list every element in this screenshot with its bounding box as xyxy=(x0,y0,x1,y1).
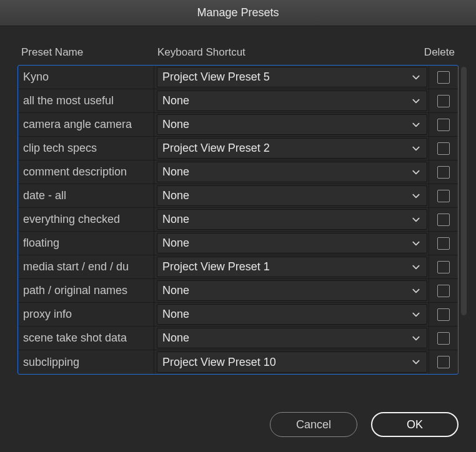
shortcut-dropdown[interactable]: None xyxy=(157,280,427,301)
delete-checkbox[interactable] xyxy=(437,237,450,250)
chevron-down-icon xyxy=(412,215,420,224)
table-headers: Preset Name Keyboard Shortcut Delete xyxy=(17,46,459,65)
table-row: all the most usefulNone xyxy=(18,89,458,113)
shortcut-dropdown[interactable]: Project View Preset 10 xyxy=(157,351,427,373)
delete-cell xyxy=(429,208,458,231)
shortcut-value: Project View Preset 2 xyxy=(162,142,270,155)
preset-name-cell[interactable]: date - all xyxy=(18,184,154,207)
shortcut-cell: None xyxy=(154,89,429,112)
preset-name-label: camera angle camera xyxy=(23,118,132,131)
chevron-down-icon xyxy=(412,287,420,295)
chevron-down-icon xyxy=(412,192,420,200)
delete-checkbox[interactable] xyxy=(437,308,450,321)
delete-checkbox[interactable] xyxy=(437,95,450,107)
delete-checkbox[interactable] xyxy=(437,166,450,179)
table-row: media start / end / duProject View Prese… xyxy=(18,255,458,279)
dialog-title: Manage Presets xyxy=(197,6,279,19)
shortcut-dropdown[interactable]: None xyxy=(157,304,427,325)
preset-name-cell[interactable]: comment description xyxy=(18,160,154,184)
shortcut-cell: None xyxy=(154,232,429,255)
shortcut-cell: None xyxy=(154,208,429,231)
delete-checkbox[interactable] xyxy=(437,142,450,155)
delete-cell xyxy=(429,255,458,278)
preset-name-label: Kyno xyxy=(23,71,49,84)
table-row: comment descriptionNone xyxy=(18,160,458,184)
header-keyboard-shortcut: Keyboard Shortcut xyxy=(157,46,411,59)
ok-button-label: OK xyxy=(407,418,423,431)
shortcut-cell: Project View Preset 2 xyxy=(154,137,429,160)
dialog-titlebar: Manage Presets xyxy=(0,0,476,26)
table-row: KynoProject View Preset 5 xyxy=(18,66,458,89)
preset-name-cell[interactable]: floating xyxy=(18,232,154,255)
delete-cell xyxy=(429,137,458,160)
preset-name-cell[interactable]: camera angle camera xyxy=(18,113,154,136)
shortcut-cell: None xyxy=(154,113,429,136)
shortcut-dropdown[interactable]: None xyxy=(157,209,427,230)
delete-checkbox[interactable] xyxy=(437,332,450,345)
shortcut-cell: None xyxy=(154,327,429,350)
shortcut-dropdown[interactable]: Project View Preset 1 xyxy=(157,257,427,277)
chevron-down-icon xyxy=(412,168,420,177)
delete-cell xyxy=(429,66,458,89)
delete-checkbox[interactable] xyxy=(437,285,450,297)
header-delete: Delete xyxy=(411,46,455,59)
scrollbar-thumb[interactable] xyxy=(461,67,467,315)
preset-name-label: path / original names xyxy=(23,284,127,297)
preset-name-label: everything checked xyxy=(23,213,120,226)
preset-name-cell[interactable]: subclipping xyxy=(18,350,154,374)
delete-cell xyxy=(429,327,458,350)
preset-name-cell[interactable]: Kyno xyxy=(18,66,154,89)
preset-table: KynoProject View Preset 5all the most us… xyxy=(17,65,459,375)
delete-cell xyxy=(429,279,458,302)
shortcut-value: None xyxy=(162,332,189,345)
delete-checkbox[interactable] xyxy=(437,261,450,273)
shortcut-value: Project View Preset 5 xyxy=(162,71,270,84)
shortcut-dropdown[interactable]: None xyxy=(157,233,427,253)
preset-name-cell[interactable]: everything checked xyxy=(18,208,154,231)
preset-name-label: date - all xyxy=(23,189,66,202)
shortcut-dropdown[interactable]: None xyxy=(157,162,427,182)
chevron-down-icon xyxy=(412,120,420,129)
table-row: camera angle cameraNone xyxy=(18,113,458,137)
chevron-down-icon xyxy=(412,358,420,366)
preset-name-cell[interactable]: all the most useful xyxy=(18,89,154,112)
shortcut-dropdown[interactable]: None xyxy=(157,114,427,135)
chevron-down-icon xyxy=(412,334,420,343)
delete-checkbox[interactable] xyxy=(437,71,450,84)
table-row: scene take shot dataNone xyxy=(18,327,458,350)
shortcut-cell: None xyxy=(154,160,429,184)
preset-name-cell[interactable]: clip tech specs xyxy=(18,137,154,160)
shortcut-dropdown[interactable]: None xyxy=(157,91,427,111)
chevron-down-icon xyxy=(412,97,420,106)
preset-name-label: floating xyxy=(23,237,59,250)
delete-cell xyxy=(429,89,458,112)
cancel-button-label: Cancel xyxy=(296,418,331,431)
cancel-button[interactable]: Cancel xyxy=(270,412,357,437)
table-row: date - allNone xyxy=(18,184,458,208)
delete-checkbox[interactable] xyxy=(437,190,450,202)
shortcut-value: None xyxy=(162,189,189,202)
shortcut-dropdown[interactable]: Project View Preset 2 xyxy=(157,138,427,159)
preset-name-cell[interactable]: scene take shot data xyxy=(18,327,154,350)
chevron-down-icon xyxy=(412,310,420,319)
preset-name-cell[interactable]: proxy info xyxy=(18,303,154,326)
ok-button[interactable]: OK xyxy=(371,412,459,437)
shortcut-dropdown[interactable]: None xyxy=(157,328,427,348)
preset-name-cell[interactable]: path / original names xyxy=(18,279,154,302)
dialog-footer: Cancel OK xyxy=(17,395,459,437)
shortcut-dropdown[interactable]: Project View Preset 5 xyxy=(157,67,427,87)
delete-cell xyxy=(429,232,458,255)
shortcut-dropdown[interactable]: None xyxy=(157,185,427,206)
delete-checkbox[interactable] xyxy=(437,119,450,131)
table-row: proxy infoNone xyxy=(18,303,458,327)
delete-cell xyxy=(429,113,458,136)
preset-name-label: media start / end / du xyxy=(23,260,129,273)
table-row: floatingNone xyxy=(18,232,458,255)
shortcut-cell: None xyxy=(154,279,429,302)
preset-name-label: comment description xyxy=(23,165,127,179)
shortcut-value: None xyxy=(162,213,189,226)
shortcut-value: None xyxy=(162,94,189,107)
delete-checkbox[interactable] xyxy=(437,356,450,368)
preset-name-cell[interactable]: media start / end / du xyxy=(18,255,154,278)
delete-checkbox[interactable] xyxy=(437,214,450,226)
